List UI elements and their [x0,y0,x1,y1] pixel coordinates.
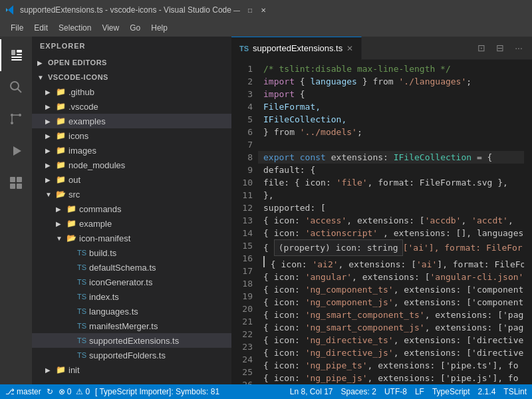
language-label: TypeScript [432,387,470,396]
sync-status[interactable]: ↻ [47,387,53,396]
ts-version-status[interactable]: 2.1.4 [478,387,496,396]
expand-arrow-icon: ▼ [37,74,48,81]
sidebar-item-init[interactable]: ▶ 📁 init [32,362,231,377]
search-activity-icon[interactable] [0,71,32,103]
manifest-merger-label: manifestMerger.ts [89,321,231,331]
collapse-arrow-icon: ▶ [45,118,56,125]
folder-open-icon: 📂 [66,233,76,243]
menu-edit[interactable]: Edit [29,20,53,37]
init-folder-label: init [68,365,231,375]
sidebar-item-open-editors[interactable]: ▶ OPEN EDITORS [32,55,231,70]
sidebar-item-examples[interactable]: ▶ 📁 examples [32,114,231,128]
code-line: { icon: 'ng_component_ts', extensions: [… [258,283,524,296]
linter-status[interactable]: TSLint [503,387,527,396]
sidebar-item-supported-folders[interactable]: TS supportedFolders.ts [32,348,231,362]
encoding-status[interactable]: UTF-8 [384,387,407,396]
sidebar-item-commands[interactable]: ▶ 📁 commands [32,201,231,216]
sidebar-item-supported-extensions[interactable]: TS supportedExtensions.ts [32,333,231,348]
file-tree: ▶ OPEN EDITORS ▼ VSCODE-ICONS ▶ 📁 .githu… [32,55,231,384]
language-status[interactable]: TypeScript [432,387,470,396]
importer-status[interactable]: [TypeScript Importer]: Symbols: 81 [95,387,219,396]
sidebar-item-node-modules[interactable]: ▶ 📁 node_modules [32,158,231,172]
folder-icon: 📁 [56,146,66,155]
cursor-position[interactable]: Ln 8, Col 17 [290,387,333,396]
supported-folders-label: supportedFolders.ts [89,350,231,360]
sidebar-item-icon-manifest[interactable]: ▼ 📂 icon-manifest [32,231,231,245]
main-area: EXPLORER ▶ OPEN EDITORS ▼ VSCODE-ICONS ▶… [0,37,532,384]
sidebar-item-vscode-icons[interactable]: ▼ VSCODE-ICONS [32,70,231,84]
title-bar: supportedExtensions.ts - vscode-icons - … [0,0,532,20]
sidebar-item-out[interactable]: ▶ 📁 out [32,172,231,187]
collapse-arrow-icon: ▶ [45,366,56,374]
sidebar-item-build[interactable]: TS build.ts [32,245,231,260]
vscode-icon [5,5,16,15]
sidebar-item-icons[interactable]: ▶ 📁 icons [32,128,231,143]
sidebar-item-example[interactable]: ▶ 📁 example [32,216,231,231]
error-icon: ⊗ [59,387,65,396]
languages-label: languages.ts [89,307,231,317]
menu-help[interactable]: Help [146,20,173,37]
svg-rect-3 [11,57,22,58]
cursor-pos-label: Ln 8, Col 17 [290,387,333,396]
maximize-button[interactable]: □ [245,5,255,15]
collapse-arrow-icon: ▶ [45,132,56,140]
status-bar: ⎇ master ↻ ⊗ 0 ⚠ 0 [TypeScript Importer]… [0,384,532,399]
sidebar-item-index[interactable]: TS index.ts [32,289,231,304]
spaces-label: Spaces: 2 [341,387,376,396]
split-editor-button[interactable]: ⊡ [473,40,489,56]
tab-actions: ⊡ ⊟ ··· [473,40,532,56]
explorer-header: EXPLORER [32,37,231,55]
menu-file[interactable]: File [5,20,29,37]
minimize-button[interactable]: — [231,5,242,15]
code-line: } from '../models'; [258,126,524,138]
icon-generator-label: iconGenerator.ts [89,277,231,287]
ts-file-icon: TS [239,45,249,53]
git-branch-icon: ⎇ [5,387,15,396]
svg-point-9 [19,114,21,116]
git-branch-status[interactable]: ⎇ master [5,387,41,396]
typescript-file-icon: TS [77,278,86,286]
typescript-file-icon: TS [77,351,86,359]
spaces-status[interactable]: Spaces: 2 [341,387,376,396]
sidebar-item-languages[interactable]: TS languages.ts [32,304,231,319]
more-actions-button[interactable]: ··· [511,40,527,56]
sidebar-item-manifest-merger[interactable]: TS manifestMerger.ts [32,319,231,333]
menu-go[interactable]: Go [124,20,146,37]
menu-view[interactable]: View [96,20,124,37]
folder-icon: 📁 [56,175,66,184]
code-content[interactable]: /* tslint:disable max-line-length */ imp… [258,60,524,384]
collapse-arrow-icon: ▶ [45,147,56,154]
examples-folder-label: examples [68,116,231,126]
collapse-arrow-icon: ▼ [45,191,56,198]
errors-status[interactable]: ⊗ 0 ⚠ 0 [59,387,90,396]
extensions-activity-icon[interactable] [0,167,32,199]
open-editors-label: OPEN EDITORS [48,59,231,66]
sidebar-item-src[interactable]: ▼ 📂 src [32,187,231,201]
title-text: supportedExtensions.ts - vscode-icons - … [20,5,231,15]
out-folder-label: out [68,175,231,185]
sidebar-item-default-schema[interactable]: TS defaultSchema.ts [32,260,231,275]
sidebar-item-github[interactable]: ▶ 📁 .github [32,84,231,99]
tab-supported-extensions[interactable]: TS supportedExtensions.ts ✕ [231,37,362,60]
code-line: { icon: 'access', extensions: ['accdb', … [258,214,524,227]
sidebar-item-icon-generator[interactable]: TS iconGenerator.ts [32,275,231,289]
sidebar-item-vscode[interactable]: ▶ 📁 .vscode [32,99,231,114]
toggle-panel-button[interactable]: ⊟ [492,40,508,56]
collapse-arrow-icon: ▶ [45,103,56,110]
line-ending-status[interactable]: LF [415,387,424,396]
close-button[interactable]: ✕ [258,5,269,15]
typescript-file-icon: TS [77,336,86,344]
explorer-activity-icon[interactable] [0,39,32,71]
vscode-icons-label: VSCODE-ICONS [48,73,231,81]
tab-close-icon[interactable]: ✕ [346,44,353,53]
sidebar-item-images[interactable]: ▶ 📁 images [32,143,231,158]
source-control-activity-icon[interactable] [0,103,32,135]
debug-activity-icon[interactable] [0,135,32,167]
svg-rect-16 [17,184,22,189]
code-line: { icon: 'angular', extensions: ['angular… [258,271,524,283]
editor-scrollbar[interactable] [524,60,532,384]
menu-selection[interactable]: Selection [53,20,96,37]
icons-folder-label: icons [68,131,231,141]
svg-marker-12 [13,146,21,156]
code-line: { icon: 'ai2', extensions: ['ai'], forma… [258,256,524,271]
